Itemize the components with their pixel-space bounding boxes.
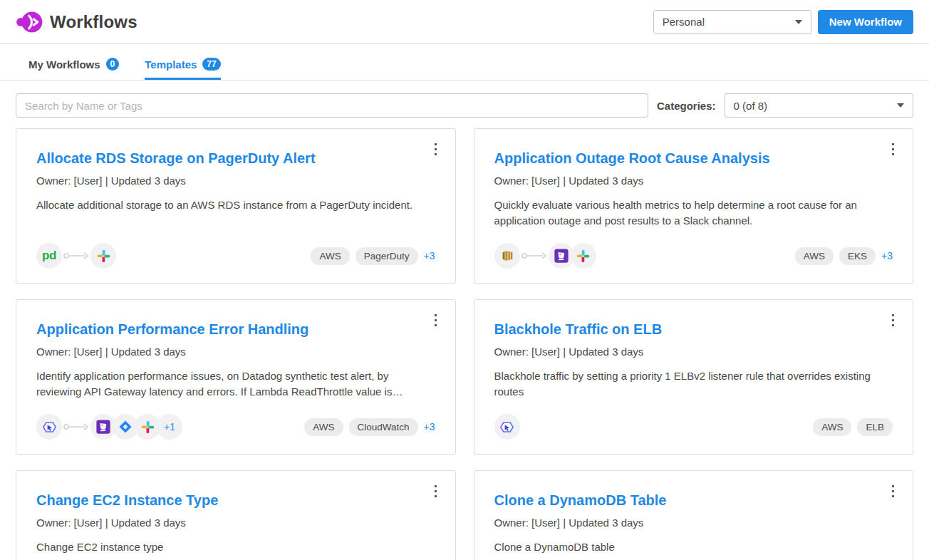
workflow-card-grid: Allocate RDS Storage on PagerDuty Alert … <box>16 128 913 560</box>
workflow-step-icons: pd <box>36 243 116 269</box>
workflow-step-icons <box>494 243 596 269</box>
workflow-description: Identify application performance issues,… <box>36 368 435 400</box>
pagerduty-icon: pd <box>36 243 62 269</box>
workflow-card: Application Performance Error Handling O… <box>16 299 456 455</box>
workflow-tags: AWSCloudWatch+3 <box>304 418 435 436</box>
tag-pill[interactable]: PagerDuty <box>355 247 418 265</box>
workflow-description: Clone a DynamoDB table <box>494 539 893 555</box>
workspace-dropdown[interactable]: Personal <box>653 10 811 34</box>
workflow-title-link[interactable]: Clone a DynamoDB Table <box>494 492 667 508</box>
workflow-description: Allocate additional storage to an AWS RD… <box>36 197 435 213</box>
tab-templates-label: Templates <box>145 58 197 71</box>
chevron-down-icon <box>897 103 904 108</box>
workflow-card-footer: AWSEKS+3 <box>494 243 893 269</box>
tag-pill[interactable]: EKS <box>839 247 876 265</box>
brand: Workflows <box>16 11 137 33</box>
workflow-description: Change EC2 instance type <box>36 539 435 555</box>
categories-label: Categories: <box>657 100 716 112</box>
extra-steps-badge[interactable]: +1 <box>157 414 182 440</box>
flow-arrow-icon <box>63 422 90 432</box>
tab-bar: My Workflows 0 Templates 77 <box>0 44 929 81</box>
tag-pill[interactable]: AWS <box>813 418 851 436</box>
workflow-title-link[interactable]: Change EC2 Instance Type <box>36 492 218 508</box>
workflow-description: Quickly evaluate various health metrics … <box>494 197 893 229</box>
search-input[interactable] <box>16 93 648 118</box>
app-logo-icon <box>16 11 43 33</box>
kebab-menu-button[interactable] <box>432 140 440 158</box>
workflow-tags: AWSEKS+3 <box>795 247 893 265</box>
workflow-meta: Owner: [User] | Updated 3 days <box>36 175 435 187</box>
kebab-menu-button[interactable] <box>432 482 440 500</box>
more-tags-link[interactable]: +3 <box>881 250 893 261</box>
filter-bar: Categories: 0 (of 8) <box>16 93 913 118</box>
workflow-title-link[interactable]: Allocate RDS Storage on PagerDuty Alert <box>36 150 316 166</box>
workflow-meta: Owner: [User] | Updated 3 days <box>494 517 893 529</box>
workflow-description: Blackhole traffic by setting a priority … <box>494 368 893 400</box>
flow-arrow-icon <box>521 251 548 261</box>
workflow-card: Clone a DynamoDB Table Owner: [User] | U… <box>474 470 914 560</box>
flow-arrow-icon <box>63 251 90 261</box>
tag-pill[interactable]: CloudWatch <box>349 418 418 436</box>
workflow-title-link[interactable]: Application Outage Root Cause Analysis <box>494 150 770 166</box>
workflow-card: Allocate RDS Storage on PagerDuty Alert … <box>16 128 456 284</box>
manual-trigger-icon <box>494 414 520 440</box>
top-bar: Workflows Personal New Workflow <box>0 0 929 44</box>
tag-pill[interactable]: AWS <box>311 247 349 265</box>
tab-templates-count-badge: 77 <box>202 58 220 71</box>
categories-dropdown[interactable]: 0 (of 8) <box>725 93 913 118</box>
tab-my-workflows-count-badge: 0 <box>106 58 120 71</box>
workflow-meta: Owner: [User] | Updated 3 days <box>494 175 893 187</box>
tab-my-workflows[interactable]: My Workflows 0 <box>28 58 119 80</box>
workflow-tags: AWSPagerDuty+3 <box>311 247 435 265</box>
workflow-card-footer: AWSELB <box>494 414 893 440</box>
more-tags-link[interactable]: +3 <box>424 250 435 261</box>
workflow-card-footer: pd AWSPagerDuty+3 <box>36 243 435 269</box>
workflow-step-icons <box>494 414 520 440</box>
workflow-card: Change EC2 Instance Type Owner: [User] |… <box>16 470 456 560</box>
manual-trigger-icon <box>36 414 62 440</box>
workflow-card: Application Outage Root Cause Analysis O… <box>474 128 914 284</box>
workflow-tags: AWSELB <box>813 418 893 436</box>
workflow-meta: Owner: [User] | Updated 3 days <box>36 346 435 358</box>
workflow-title-link[interactable]: Application Performance Error Handling <box>36 321 308 337</box>
tab-templates[interactable]: Templates 77 <box>145 58 220 80</box>
more-tags-link[interactable]: +3 <box>424 421 435 432</box>
cloudwatch-icon <box>494 243 520 269</box>
kebab-menu-button[interactable] <box>889 482 897 500</box>
workspace-dropdown-value: Personal <box>663 16 705 28</box>
kebab-menu-button[interactable] <box>889 311 897 329</box>
workflow-meta: Owner: [User] | Updated 3 days <box>36 517 435 529</box>
chevron-down-icon <box>795 20 802 24</box>
workflow-card: Blackhole Traffic on ELB Owner: [User] |… <box>474 299 914 455</box>
workflow-step-icons: +1 <box>36 414 182 440</box>
slack-icon <box>571 243 596 269</box>
tag-pill[interactable]: AWS <box>304 418 343 436</box>
workflow-meta: Owner: [User] | Updated 3 days <box>494 346 893 358</box>
slack-icon <box>90 243 116 269</box>
categories-dropdown-value: 0 (of 8) <box>734 100 768 112</box>
workflow-card-footer: +1 AWSCloudWatch+3 <box>36 414 435 440</box>
kebab-menu-button[interactable] <box>432 311 440 329</box>
kebab-menu-button[interactable] <box>889 140 897 158</box>
workflow-title-link[interactable]: Blackhole Traffic on ELB <box>494 321 663 337</box>
new-workflow-button[interactable]: New Workflow <box>818 10 913 34</box>
tab-my-workflows-label: My Workflows <box>28 58 100 71</box>
page-title: Workflows <box>50 12 137 32</box>
tag-pill[interactable]: ELB <box>857 418 893 436</box>
tag-pill[interactable]: AWS <box>795 247 834 265</box>
